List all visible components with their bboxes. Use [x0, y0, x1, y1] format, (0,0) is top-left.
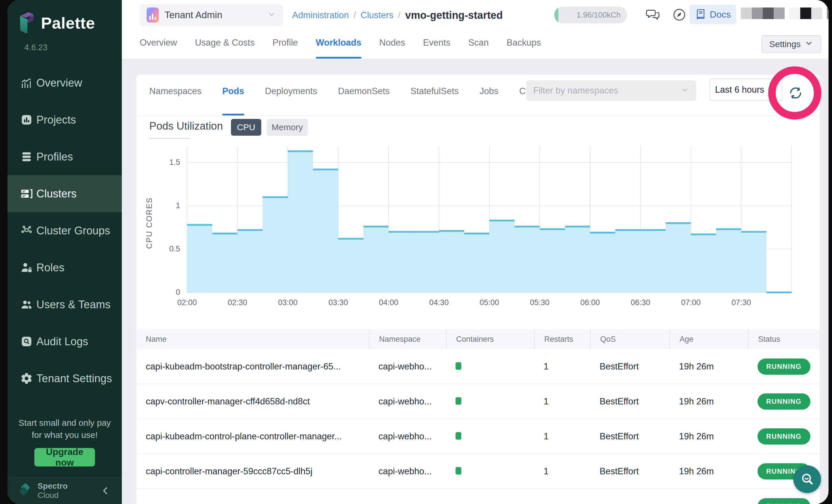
status-badge: RUNNING [757, 393, 810, 409]
breadcrumb-link-administration[interactable]: Administration [292, 10, 349, 21]
subtab-jobs[interactable]: Jobs [479, 75, 498, 115]
spectro-brand-line2: Cloud [37, 491, 68, 500]
tab-label: Usage & Costs [195, 37, 255, 48]
compass-icon[interactable] [671, 6, 688, 23]
sidebar-item-projects[interactable]: Projects [7, 101, 122, 138]
column-header-namespace[interactable]: Namespace [369, 329, 446, 349]
subtab-statefulsets[interactable]: StatefulSets [411, 75, 459, 115]
gear-icon [20, 372, 33, 386]
upgrade-now-button[interactable]: Upgrade now [34, 448, 95, 467]
help-chat-button[interactable] [793, 465, 821, 493]
sidebar-item-label: Projects [36, 114, 76, 126]
pod-age: 19h 26m [679, 431, 714, 441]
sidebar-item-users-teams[interactable]: Users & Teams [7, 286, 122, 323]
settings-button-label: Settings [769, 39, 801, 49]
y-axis-tick: 1 [157, 201, 180, 210]
time-range-select[interactable]: Last 6 hours [709, 79, 782, 101]
column-header-age[interactable]: Age [670, 329, 748, 349]
sidebar-item-audit-logs[interactable]: Audit Logs [7, 323, 122, 360]
pod-restarts: 1 [544, 466, 548, 476]
breadcrumb-current: vmo-getting-started [405, 9, 502, 21]
tenant-selector[interactable]: Tenant Admin [140, 4, 283, 26]
tab-workloads[interactable]: Workloads [316, 30, 361, 59]
table-row[interactable]: capi-kubeadm-bootstrap-controller-manage… [136, 349, 820, 384]
svg-text:05:30: 05:30 [530, 298, 550, 307]
tab-backups[interactable]: Backups [506, 30, 541, 59]
refresh-button[interactable] [787, 85, 804, 101]
pod-namespace: capi-webho... [379, 431, 432, 441]
pod-namespace: capi-webho... [379, 466, 432, 476]
toggle-cpu[interactable]: CPU [231, 119, 261, 136]
clusters-icon [20, 187, 33, 201]
column-header-qos[interactable]: QoS [590, 329, 670, 349]
tab-usage-costs[interactable]: Usage & Costs [195, 30, 255, 59]
container-status-dot [456, 432, 461, 440]
namespace-filter-input[interactable]: Filter by namespaces [526, 80, 696, 101]
table-row[interactable]: RUNNING [136, 489, 820, 504]
tab-profile[interactable]: Profile [272, 30, 298, 59]
sidebar-collapse-button[interactable] [100, 485, 111, 497]
redacted-gap [822, 7, 827, 19]
divider [136, 115, 820, 116]
sidebar-item-label: Roles [36, 262, 64, 274]
tab-scan[interactable]: Scan [468, 30, 489, 59]
docs-button-label: Docs [710, 9, 731, 20]
pod-restarts: 1 [544, 431, 548, 441]
section-title-underline [149, 138, 190, 139]
breadcrumb-link-clusters[interactable]: Clusters [361, 10, 393, 21]
subtab-deployments[interactable]: Deployments [265, 75, 317, 115]
sidebar-item-tenant-settings[interactable]: Tenant Settings [7, 360, 122, 397]
column-header-status[interactable]: Status [748, 329, 820, 349]
table-row[interactable]: capi-controller-manager-59ccc87cc5-dlh5j… [136, 454, 820, 489]
docs-button[interactable]: Docs [690, 5, 736, 24]
subtab-pods[interactable]: Pods [222, 75, 244, 115]
column-header-containers[interactable]: Containers [446, 329, 534, 349]
sidebar-item-roles[interactable]: Roles [7, 249, 122, 286]
chat-icon[interactable] [644, 6, 661, 23]
sidebar-item-label: Cluster Groups [36, 224, 110, 237]
redacted-gap [785, 7, 789, 19]
y-axis-tick: 0.5 [157, 244, 180, 254]
sidebar-item-overview[interactable]: Overview [7, 64, 122, 101]
column-header-restarts[interactable]: Restarts [534, 329, 590, 349]
status-badge: RUNNING [757, 498, 810, 504]
svg-text:04:00: 04:00 [379, 298, 398, 307]
svg-text:07:00: 07:00 [681, 298, 701, 307]
tab-label: Events [423, 37, 450, 48]
tab-nodes[interactable]: Nodes [379, 30, 405, 59]
table-row[interactable]: capi-kubeadm-control-plane-controller-ma… [136, 419, 820, 454]
settings-button[interactable]: Settings [761, 35, 821, 53]
sidebar-item-profiles[interactable]: Profiles [7, 138, 122, 175]
subtab-label: Pods [222, 86, 244, 97]
subtab-namespaces[interactable]: Namespaces [149, 75, 202, 115]
cpu-utilization-chart: 02:0002:3003:0003:3004:0004:3005:0005:30… [187, 146, 791, 313]
cluster-groups-icon [20, 224, 33, 238]
table-row[interactable]: capv-controller-manager-cff4d658d-nd8ctc… [136, 384, 820, 419]
pod-qos: BestEffort [600, 396, 639, 406]
sidebar-item-label: Tenant Settings [36, 372, 112, 385]
breadcrumb-separator: / [353, 10, 356, 21]
tab-events[interactable]: Events [423, 30, 450, 59]
toggle-memory[interactable]: Memory [267, 119, 308, 136]
refresh-icon [787, 85, 804, 101]
svg-text:06:00: 06:00 [580, 298, 600, 307]
subtab-daemonsets[interactable]: DaemonSets [338, 75, 390, 115]
magnifier-smile-icon [799, 471, 815, 487]
sidebar-item-clusters[interactable]: Clusters [7, 175, 122, 212]
screenshot-stage: Palette 4.6.23 OverviewProjectsProfilesC… [0, 0, 832, 504]
breadcrumb-separator: / [398, 10, 401, 21]
column-header-name[interactable]: Name [136, 329, 369, 349]
tab-overview[interactable]: Overview [140, 30, 177, 59]
sidebar-nav: OverviewProjectsProfilesClustersCluster … [7, 64, 122, 397]
overview-icon [20, 76, 33, 90]
chevron-down-icon [768, 84, 777, 95]
status-badge: RUNNING [757, 428, 810, 445]
time-range-value: Last 6 hours [715, 85, 764, 95]
app-window: Palette 4.6.23 OverviewProjectsProfilesC… [7, 0, 829, 504]
sidebar-item-cluster-groups[interactable]: Cluster Groups [7, 212, 122, 249]
svg-text:02:30: 02:30 [228, 298, 248, 307]
container-status-dot [456, 362, 461, 370]
workloads-card: NamespacesPodsDeploymentsDaemonSetsState… [136, 75, 820, 504]
workload-subtabs: NamespacesPodsDeploymentsDaemonSetsState… [149, 75, 557, 115]
chevron-down-icon [267, 10, 276, 20]
